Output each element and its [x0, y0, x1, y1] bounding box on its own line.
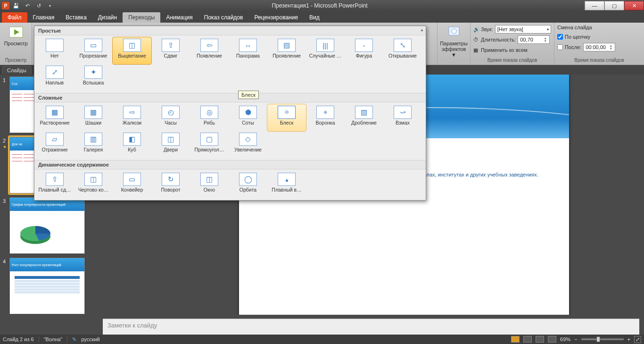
tab-slideshow[interactable]: Показ слайдов	[198, 12, 249, 23]
zoom-slider[interactable]	[581, 338, 624, 340]
transition-icon: ⇨	[123, 106, 141, 119]
slides-tab[interactable]: Слайды	[2, 66, 32, 74]
transition-label: Дробление	[351, 120, 377, 126]
sorter-view-button[interactable]	[523, 336, 532, 343]
thumb-number: 1	[3, 76, 9, 133]
group-label: Просмотр	[5, 58, 27, 64]
gallery-category-header: Простые	[34, 26, 426, 35]
transition-двери[interactable]: ◫Двери	[151, 131, 190, 158]
transition-случайные[interactable]: |||Случайные …	[306, 37, 345, 64]
transition-орбита[interactable]: ◯Орбита	[229, 171, 267, 198]
transition-шашки[interactable]: ▦Шашки	[74, 104, 113, 131]
preview-button[interactable]: Просмотр	[3, 24, 29, 46]
transition-окно[interactable]: ◫Окно	[190, 171, 229, 198]
on-click-checkbox[interactable]	[557, 34, 563, 40]
on-click-row[interactable]: По щелчку	[557, 32, 641, 42]
sound-row: 🔊 Звук: [Нет звука]▾	[473, 25, 551, 34]
transition-дробление[interactable]: ▨Дробление	[345, 104, 383, 131]
transition-label: Блеск	[280, 120, 294, 126]
transition-куб[interactable]: ◧Куб	[113, 131, 151, 158]
transition-галерея[interactable]: ▥Галерея	[74, 131, 113, 158]
thumb-wrap[interactable]: 4Рост популярности презентаций	[3, 258, 95, 314]
undo-icon[interactable]: ↶	[23, 1, 32, 10]
transition-конвейер[interactable]: ▭Конвейер	[113, 171, 151, 198]
slide-thumbnail[interactable]: Рост популярности презентаций	[9, 258, 85, 314]
transition-label: Фигура	[356, 53, 372, 59]
tab-design[interactable]: Дизайн	[92, 12, 123, 23]
transition-label: Орбита	[239, 187, 256, 193]
ribbon-group-advance: Смена слайда По щелчку После: 00:00,00▴▾…	[554, 23, 644, 64]
transition-icon: ▢	[200, 133, 218, 146]
transition-жалюзи[interactable]: ⇨Жалюзи	[113, 104, 151, 131]
tab-review[interactable]: Рецензирование	[248, 12, 304, 23]
fit-button[interactable]: ⤢	[634, 336, 641, 343]
qat-menu-icon[interactable]: ▾	[45, 1, 55, 10]
tab-animation[interactable]: Анимация	[160, 12, 198, 23]
transition-панорама[interactable]: ↔Панорама	[229, 37, 267, 64]
transition-label: Появление	[197, 53, 222, 59]
close-button[interactable]: ✕	[624, 1, 644, 10]
zoom-out-button[interactable]: −	[574, 336, 577, 342]
advance-heading: Смена слайда	[557, 25, 641, 31]
transition-проявление[interactable]: ▤Проявление	[267, 37, 306, 64]
transition-рябь[interactable]: ◎Рябь	[190, 104, 229, 131]
transition-взмах[interactable]: ⤻Взмах	[383, 104, 422, 131]
transition-фигура[interactable]: ◦Фигура	[345, 37, 383, 64]
thumb-wrap[interactable]: 3График популярности презентаций	[3, 197, 95, 254]
transition-поворот[interactable]: ↻Поворот	[151, 171, 190, 198]
transition-увеличение[interactable]: ◇Увеличение	[229, 131, 267, 158]
transition-нет[interactable]: Нет	[35, 37, 74, 64]
transition-сдвиг[interactable]: ⇧Сдвиг	[151, 37, 190, 64]
gallery-category-header: Сложные	[34, 93, 426, 102]
tab-view[interactable]: Вид	[304, 12, 325, 23]
zoom-percent[interactable]: 69%	[560, 336, 570, 342]
tab-home[interactable]: Главная	[27, 12, 60, 23]
transitions-gallery[interactable]: ▲ ПростыеНет▭Прорезание◫Выцветание⇧Сдвиг…	[34, 25, 426, 201]
minimize-button[interactable]: —	[585, 1, 604, 10]
notes-pane[interactable]: Заметки к слайду	[103, 319, 639, 335]
transition-чертовоко[interactable]: ◫Чертово ко…	[74, 171, 113, 198]
redo-icon[interactable]: ↺	[34, 1, 43, 10]
maximize-button[interactable]: ▢	[604, 1, 624, 10]
after-spinner[interactable]: 00:00,00▴▾	[583, 43, 615, 51]
transition-прорезание[interactable]: ▭Прорезание	[74, 37, 113, 64]
transition-блеск[interactable]: ✧Блеск	[267, 104, 306, 131]
effect-options-button[interactable]: Параметры эффектов ▼	[439, 24, 469, 58]
transition-соты[interactable]: ⬢Соты	[229, 104, 267, 131]
transition-выцветание[interactable]: ◫Выцветание	[113, 37, 151, 64]
tab-insert[interactable]: Вставка	[60, 12, 92, 23]
duration-spinner[interactable]: 00,70▴▾	[518, 35, 550, 44]
transition-вспышка[interactable]: ✦Вспышка	[74, 64, 113, 91]
transition-воронка[interactable]: ⌖Воронка	[306, 104, 345, 131]
transition-icon	[46, 39, 64, 52]
transition-label: Увеличение	[234, 147, 262, 152]
transition-растворение[interactable]: ▩Растворение	[35, 104, 74, 131]
transition-плавныйв[interactable]: ⬥Плавный в…	[267, 171, 306, 198]
slide-thumbnail[interactable]: График популярности презентаций	[9, 197, 85, 254]
after-checkbox[interactable]	[557, 44, 563, 50]
transition-label: Двери	[164, 147, 178, 152]
language-label[interactable]: русский	[81, 336, 99, 342]
reading-view-button[interactable]	[536, 336, 544, 343]
normal-view-button[interactable]	[511, 336, 520, 343]
transition-появление[interactable]: ⇦Появление	[190, 37, 229, 64]
transition-прямоугол[interactable]: ▢Прямоугол…	[190, 131, 229, 158]
after-row[interactable]: После: 00:00,00▴▾	[557, 42, 641, 52]
file-tab[interactable]: Файл	[2, 12, 27, 23]
transition-часы[interactable]: ◴Часы	[151, 104, 190, 131]
transition-открывание[interactable]: ⤡Открывание	[383, 37, 422, 64]
tab-transitions[interactable]: Переходы	[123, 12, 160, 23]
transition-label: Открывание	[388, 53, 417, 59]
transition-наплыв[interactable]: ⤢Наплыв	[35, 64, 74, 91]
slideshow-view-button[interactable]	[548, 336, 556, 343]
transition-label: Окно	[204, 187, 215, 193]
apply-all-button[interactable]: ▦ Применить ко всем	[473, 45, 551, 55]
transition-отражение[interactable]: ▱Отражение	[35, 131, 74, 158]
gallery-scrollbar[interactable]: ▲	[419, 28, 425, 198]
transition-плавныйсд[interactable]: ⇧Плавный сд…	[35, 171, 74, 198]
spellcheck-icon[interactable]: ✎	[72, 336, 76, 343]
zoom-in-button[interactable]: +	[627, 336, 630, 342]
sound-dropdown[interactable]: [Нет звука]▾	[495, 25, 551, 34]
save-icon[interactable]: 💾	[11, 1, 21, 10]
transition-label: Часы	[165, 120, 177, 126]
